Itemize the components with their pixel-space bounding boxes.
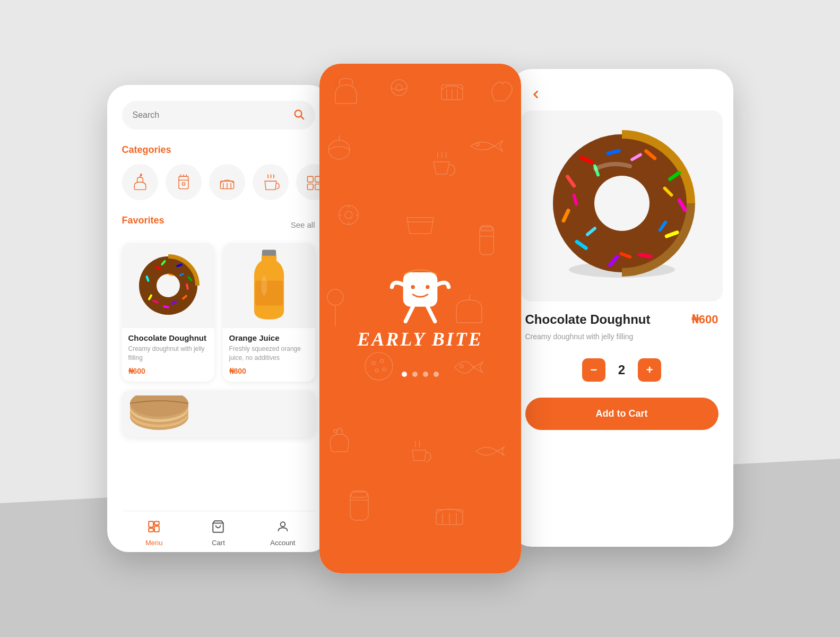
detail-product-info: Chocolate Doughnut ₦600 Creamy doughnut … [510,312,733,547]
svg-rect-83 [403,272,437,307]
search-icon [293,108,305,122]
svg-point-67 [327,289,343,305]
svg-rect-76 [350,491,368,520]
svg-rect-34 [262,250,275,256]
svg-point-19 [157,274,180,297]
svg-point-72 [375,369,378,372]
svg-rect-45 [154,526,159,532]
svg-point-5 [182,183,185,185]
bread-card-image [122,390,315,438]
svg-rect-65 [481,227,492,231]
dot-2 [412,372,418,377]
svg-point-48 [391,80,407,96]
svg-rect-50 [441,85,463,100]
quantity-value: 2 [618,363,625,377]
nav-account[interactable]: Account [250,520,315,547]
donut-card-info: Chocolate Doughnut Creamy doughnut with … [122,328,214,382]
svg-point-75 [334,429,337,433]
donut-price: ₦600 [128,367,208,375]
donut-name: Chocolate Doughnut [128,333,208,342]
svg-point-85 [426,285,429,289]
splash-logo: EARLY BITE [357,260,482,350]
svg-point-73 [383,368,386,371]
increase-qty-button[interactable]: + [638,358,661,382]
food-cards: Chocolate Doughnut Creamy doughnut with … [122,243,315,382]
decrease-qty-button[interactable]: − [582,358,605,382]
bread-card[interactable] [122,390,315,438]
nav-cart[interactable]: Cart [186,520,250,547]
svg-rect-15 [307,184,313,190]
svg-rect-43 [149,528,153,532]
svg-rect-42 [149,521,153,527]
juice-card-image [223,243,315,328]
juice-price: ₦800 [229,367,309,375]
dot-3 [423,372,428,377]
svg-point-56 [476,143,479,146]
category-cake[interactable] [122,164,158,200]
donut-card[interactable]: Chocolate Doughnut Creamy doughnut with … [122,243,214,382]
product-price: ₦600 [691,313,718,326]
brand-name: EARLY BITE [357,329,482,350]
home-screen: Categories [107,85,330,552]
svg-point-89 [594,176,650,231]
svg-point-58 [345,211,352,219]
splash-screen: EARLY BITE [319,64,521,573]
svg-point-49 [396,84,402,91]
svg-rect-44 [154,521,159,525]
cart-icon [211,520,225,536]
svg-point-84 [411,285,414,289]
svg-point-54 [328,140,350,159]
categories-row [122,164,315,200]
add-to-cart-button[interactable]: Add to Cart [525,398,718,430]
menu-label: Menu [145,539,163,547]
product-description: Creamy doughnut with jelly filling [525,331,718,342]
svg-rect-13 [307,176,313,182]
svg-point-35 [261,276,267,296]
quantity-selector: − 2 + [525,358,718,382]
dot-1 [402,372,407,377]
donut-desc: Creamy doughnut with jelly filling [128,345,208,363]
menu-icon [147,520,161,536]
nav-menu[interactable]: Menu [122,520,186,547]
svg-point-70 [372,361,375,365]
svg-point-57 [339,205,358,225]
account-label: Account [270,539,295,547]
search-bar[interactable] [122,101,315,130]
category-drinks[interactable] [166,164,202,200]
svg-rect-79 [436,510,463,524]
cart-label: Cart [212,539,225,547]
svg-rect-64 [480,226,493,255]
juice-card[interactable]: Orange Juice Freshly squeezed orange jui… [223,243,315,382]
category-coffee[interactable] [253,164,289,200]
detail-screen: Chocolate Doughnut ₦600 Creamy doughnut … [510,69,733,547]
favorites-header: Favorites See all [122,215,315,235]
detail-product-image [521,110,723,302]
splash-dots [402,372,439,377]
product-name: Chocolate Doughnut [525,312,651,327]
title-row: Chocolate Doughnut ₦600 [525,312,718,327]
favorites-title: Favorites [122,215,164,226]
donut-card-image [122,243,214,328]
juice-desc: Freshly squeezed orange juice, no additi… [229,345,309,363]
see-all-link[interactable]: See all [291,220,315,229]
svg-point-69 [365,352,393,380]
juice-card-info: Orange Juice Freshly squeezed orange jui… [223,328,315,382]
account-icon [276,520,290,536]
back-button[interactable] [525,84,547,105]
juice-name: Orange Juice [229,333,309,342]
svg-point-71 [380,359,384,363]
svg-point-47 [280,522,285,527]
svg-rect-33 [255,281,283,306]
svg-point-74 [460,365,463,368]
back-area [510,69,733,105]
bottom-nav: Menu Cart [122,511,315,552]
svg-line-1 [301,116,304,119]
search-input[interactable] [133,110,293,120]
dot-4 [434,372,439,377]
svg-rect-78 [351,492,367,497]
categories-title: Categories [122,144,315,156]
category-bread[interactable] [209,164,245,200]
